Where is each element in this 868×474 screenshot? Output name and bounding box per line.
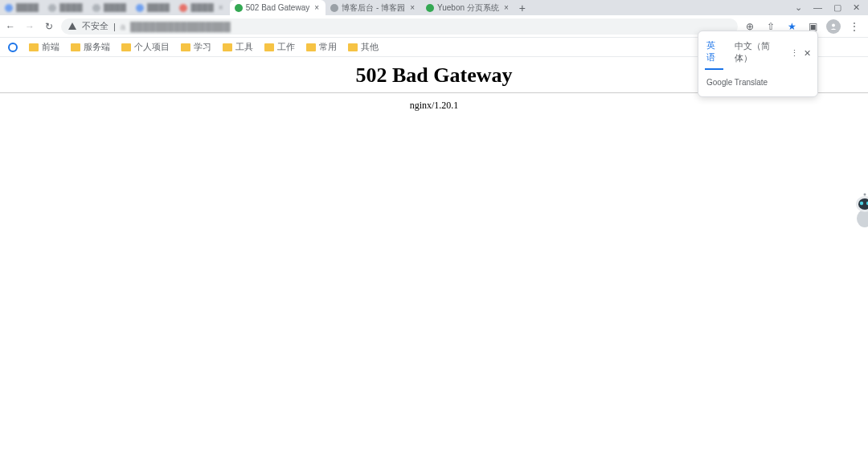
reload-button[interactable]: ↻ (42, 19, 56, 34)
bookmark-label: 服务端 (84, 41, 110, 53)
translate-tab-target[interactable]: 中文（简体） (733, 37, 781, 69)
bookmark-label: 前端 (42, 41, 59, 53)
url-text: a (121, 22, 125, 31)
tab-strip: ████ ████ ████ ████ ████× 502 Bad Gatewa… (0, 0, 868, 15)
tab-title: 博客后台 - 博客园 (342, 2, 405, 14)
translate-menu-icon[interactable]: ⋮ (790, 48, 799, 59)
folder-icon (223, 43, 232, 51)
tab-blurred[interactable]: ████ (88, 0, 131, 15)
url-text-masked: ████████████████ (130, 22, 231, 31)
url-separator: | (113, 22, 116, 31)
folder-icon (348, 43, 358, 51)
bookmark-folder[interactable]: 工作 (264, 41, 295, 53)
tab[interactable]: Yuebon 分页系统 × (421, 0, 515, 15)
apps-icon (8, 43, 18, 52)
translate-tabs: 英语 中文（简体） ⋮ ✕ (698, 31, 817, 70)
bookmark-folder[interactable]: 前端 (29, 41, 59, 53)
bookmark-folder[interactable]: 工具 (223, 41, 253, 53)
insecure-warning-icon (68, 22, 77, 31)
translate-popup: 英语 中文（简体） ⋮ ✕ Google Translate (698, 31, 818, 97)
address-bar[interactable]: 不安全 | a ████████████████ (61, 18, 738, 35)
window-controls: ⌄ — ▢ ✕ (787, 2, 868, 13)
bookmark-label: 其他 (361, 41, 379, 53)
bookmark-label: 工作 (277, 41, 295, 53)
apps-shortcut[interactable] (8, 43, 18, 52)
svg-point-6 (864, 194, 866, 196)
bookmark-label: 个人项目 (134, 41, 170, 53)
bookmark-label: 学习 (194, 41, 211, 53)
tab-blurred[interactable]: ████ (43, 0, 87, 15)
close-icon[interactable]: × (313, 4, 321, 12)
bookmark-folder[interactable]: 个人项目 (121, 41, 170, 53)
folder-icon (264, 43, 274, 51)
svg-point-4 (860, 202, 863, 205)
tab-blurred[interactable]: ████ (0, 0, 43, 15)
minimize-button[interactable]: — (813, 2, 822, 13)
folder-icon (181, 43, 190, 51)
bookmark-folder[interactable]: 常用 (306, 41, 337, 53)
close-icon[interactable]: × (217, 4, 225, 12)
maximize-button[interactable]: ▢ (833, 2, 841, 13)
forward-button[interactable]: → (23, 19, 37, 34)
back-button[interactable]: ← (3, 19, 18, 34)
server-signature: nginx/1.20.1 (0, 100, 868, 112)
bookmark-folder[interactable]: 其他 (348, 41, 379, 53)
svg-point-1 (857, 210, 868, 227)
favicon (235, 4, 243, 12)
new-tab-button[interactable]: + (515, 1, 530, 15)
bookmark-folder[interactable]: 学习 (181, 41, 211, 53)
folder-icon (121, 43, 131, 51)
folder-icon (306, 43, 316, 51)
close-window-button[interactable]: ✕ (853, 2, 860, 13)
translate-tab-source[interactable]: 英语 (705, 36, 723, 70)
tab-blurred[interactable]: ████× (174, 0, 229, 15)
tab-title: Yuebon 分页系统 (437, 2, 499, 14)
favicon (426, 4, 434, 12)
folder-icon (29, 43, 39, 51)
favicon (330, 4, 338, 12)
close-icon[interactable]: × (502, 4, 510, 12)
bookmark-label: 常用 (319, 41, 337, 53)
tab-title: 502 Bad Gateway (246, 3, 310, 12)
chevron-down-icon[interactable]: ⌄ (795, 2, 802, 13)
bookmark-folder[interactable]: 服务端 (71, 41, 110, 53)
bookmark-label: 工具 (235, 41, 253, 53)
tab-active[interactable]: 502 Bad Gateway × (230, 0, 326, 15)
tab[interactable]: 博客后台 - 博客园 × (326, 0, 421, 15)
close-icon[interactable]: × (408, 4, 416, 12)
profile-avatar[interactable] (826, 19, 841, 34)
translate-provider-label: Google Translate (698, 70, 817, 96)
menu-icon[interactable]: ⋮ (847, 19, 862, 34)
insecure-warning-label: 不安全 (82, 20, 108, 32)
folder-icon (71, 43, 80, 51)
tab-blurred[interactable]: ████ (131, 0, 174, 15)
svg-point-0 (832, 23, 835, 27)
translate-close-icon[interactable]: ✕ (804, 48, 811, 59)
assistant-robot-icon[interactable] (849, 193, 868, 228)
